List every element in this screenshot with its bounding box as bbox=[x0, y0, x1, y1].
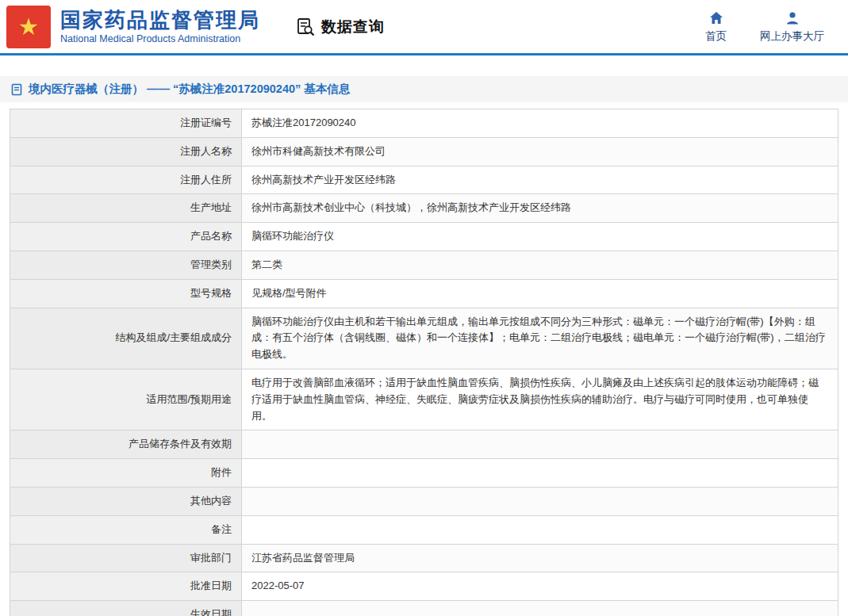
row-value bbox=[242, 430, 838, 459]
info-table-body: 注册证编号苏械注准20172090240注册人名称徐州市科健高新技术有限公司注册… bbox=[10, 109, 838, 616]
person-icon bbox=[785, 10, 800, 26]
table-row: 其他内容 bbox=[10, 487, 838, 515]
row-label: 生效日期 bbox=[10, 601, 242, 616]
row-label: 注册人住所 bbox=[10, 166, 242, 194]
row-label: 产品名称 bbox=[10, 223, 242, 251]
row-value: 徐州市高新技术创业中心（科技城），徐州高新技术产业开发区经纬路 bbox=[242, 194, 838, 223]
table-row: 审批部门江苏省药品监督管理局 bbox=[10, 544, 838, 572]
table-row: 生效日期 bbox=[10, 601, 838, 616]
org-name-en: National Medical Products Administration bbox=[60, 33, 260, 44]
row-label: 型号规格 bbox=[10, 279, 242, 308]
row-label: 产品储存条件及有效期 bbox=[10, 430, 242, 459]
row-value: 徐州高新技术产业开发区经纬路 bbox=[242, 166, 838, 194]
section-title-label: 数据查询 bbox=[321, 17, 385, 37]
row-label: 备注 bbox=[10, 515, 242, 544]
row-value bbox=[242, 487, 838, 515]
row-value: 电疗用于改善脑部血液循环；适用于缺血性脑血管疾病、脑损伤性疾病、小儿脑瘫及由上述… bbox=[242, 369, 838, 430]
document-icon bbox=[11, 83, 23, 96]
row-value: 第二类 bbox=[242, 251, 838, 279]
row-value bbox=[242, 459, 838, 488]
table-row: 结构及组成/主要组成成分脑循环功能治疗仪由主机和若干输出单元组成，输出单元按组成… bbox=[10, 308, 838, 369]
row-label: 附件 bbox=[10, 459, 242, 488]
row-value: 2022-05-07 bbox=[242, 572, 838, 601]
row-value: 脑循环功能治疗仪 bbox=[242, 223, 838, 251]
data-query-icon bbox=[296, 17, 317, 37]
table-row: 批准日期2022-05-07 bbox=[10, 572, 838, 601]
table-row: 适用范围/预期用途电疗用于改善脑部血液循环；适用于缺血性脑血管疾病、脑损伤性疾病… bbox=[10, 369, 838, 430]
table-row: 注册证编号苏械注准20172090240 bbox=[10, 109, 838, 138]
nav-item-home[interactable]: 首页 bbox=[705, 10, 727, 44]
header: ★ 国家药品监督管理局 National Medical Products Ad… bbox=[0, 0, 848, 55]
org-names: 国家药品监督管理局 National Medical Products Admi… bbox=[60, 9, 260, 45]
nav-service-hall-label: 网上办事大厅 bbox=[760, 29, 824, 44]
row-value: 见规格/型号附件 bbox=[242, 279, 838, 308]
row-label: 批准日期 bbox=[10, 572, 242, 601]
row-label: 其他内容 bbox=[10, 487, 242, 515]
table-row: 附件 bbox=[10, 459, 838, 488]
table-row: 管理类别第二类 bbox=[10, 251, 838, 279]
nav-item-service-hall[interactable]: 网上办事大厅 bbox=[760, 10, 824, 44]
row-label: 注册人名称 bbox=[10, 137, 242, 166]
row-label: 管理类别 bbox=[10, 251, 242, 279]
row-value: 脑循环功能治疗仪由主机和若干输出单元组成，输出单元按组成不同分为三种形式：磁单元… bbox=[242, 308, 838, 369]
row-label: 适用范围/预期用途 bbox=[10, 369, 242, 430]
row-value: 徐州市科健高新技术有限公司 bbox=[242, 137, 838, 166]
table-row: 备注 bbox=[10, 515, 838, 544]
row-value bbox=[242, 515, 838, 544]
org-name-cn: 国家药品监督管理局 bbox=[60, 9, 260, 33]
table-row: 产品名称脑循环功能治疗仪 bbox=[10, 223, 838, 251]
home-icon bbox=[708, 10, 724, 26]
row-value: 苏械注准20172090240 bbox=[242, 109, 838, 138]
table-row: 型号规格见规格/型号附件 bbox=[10, 279, 838, 308]
table-row: 注册人名称徐州市科健高新技术有限公司 bbox=[10, 137, 838, 166]
row-label: 生产地址 bbox=[10, 194, 242, 223]
row-label: 审批部门 bbox=[10, 544, 242, 572]
table-row: 注册人住所徐州高新技术产业开发区经纬路 bbox=[10, 166, 838, 194]
table-wrap: 注册证编号苏械注准20172090240注册人名称徐州市科健高新技术有限公司注册… bbox=[0, 102, 848, 616]
registration-info-table: 注册证编号苏械注准20172090240注册人名称徐州市科健高新技术有限公司注册… bbox=[10, 109, 838, 616]
row-value bbox=[242, 601, 838, 616]
table-row: 产品储存条件及有效期 bbox=[10, 430, 838, 459]
table-row: 生产地址徐州市高新技术创业中心（科技城），徐州高新技术产业开发区经纬路 bbox=[10, 194, 838, 223]
row-label: 结构及组成/主要组成成分 bbox=[10, 308, 242, 369]
header-gap bbox=[0, 55, 848, 76]
page-title: 境内医疗器械（注册） —— “苏械注准20172090240” 基本信息 bbox=[29, 82, 350, 97]
emblem-star-icon: ★ bbox=[18, 15, 40, 39]
national-emblem-logo: ★ bbox=[6, 6, 51, 48]
header-nav: 首页 网上办事大厅 bbox=[705, 10, 835, 44]
nav-home-label: 首页 bbox=[705, 29, 727, 44]
row-value: 江苏省药品监督管理局 bbox=[242, 544, 838, 572]
row-label: 注册证编号 bbox=[10, 109, 242, 138]
page-title-band: 境内医疗器械（注册） —— “苏械注准20172090240” 基本信息 bbox=[0, 76, 848, 102]
section-data-query: 数据查询 bbox=[296, 17, 385, 37]
